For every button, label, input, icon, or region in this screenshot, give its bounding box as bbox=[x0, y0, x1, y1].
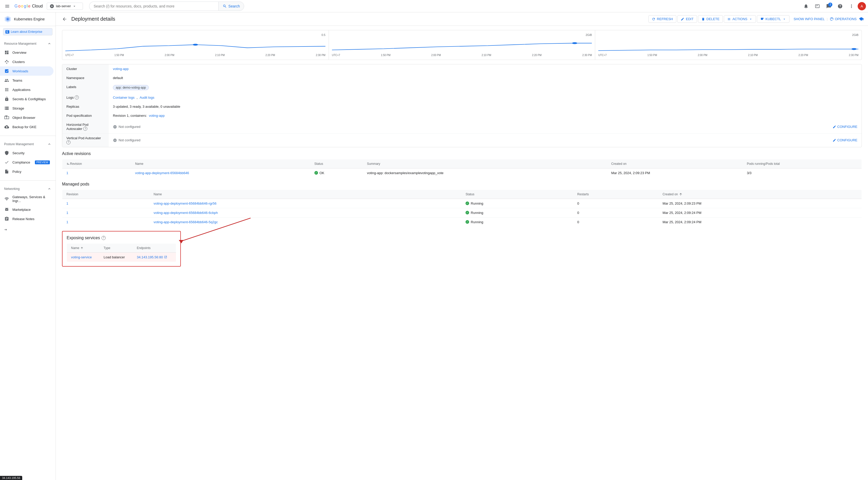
mp-col-name: Name bbox=[150, 190, 462, 199]
notification-badge: 3 bbox=[828, 3, 832, 7]
es-col-endpoints: Endpoints bbox=[132, 243, 176, 252]
ar-col-created: Created on bbox=[607, 159, 743, 168]
sort-down-icon bbox=[66, 162, 70, 166]
topbar: Google Cloud lab-server Search 3 A bbox=[0, 0, 868, 12]
operations-button[interactable]: OPERATIONS bbox=[830, 17, 857, 21]
exposing-services-box: Exposing services ? Name bbox=[62, 231, 181, 267]
sidebar-item-workloads[interactable]: Workloads bbox=[0, 66, 54, 76]
es-row-1: voting-service Load balancer 34.143.195.… bbox=[67, 252, 176, 262]
posture-collapse-icon bbox=[47, 142, 52, 146]
refresh-button[interactable]: REFRESH bbox=[648, 15, 676, 23]
notifications-button[interactable] bbox=[801, 1, 811, 11]
networking-section: Networking Gateways, Services & Ingr... … bbox=[0, 183, 56, 226]
clusters-icon bbox=[4, 59, 9, 64]
networking-header[interactable]: Networking bbox=[0, 185, 56, 193]
mp-row3-status: Running bbox=[461, 217, 573, 227]
exposing-services-help-icon[interactable]: ? bbox=[101, 236, 106, 240]
sidebar-item-gateways[interactable]: Gateways, Services & Ingr... bbox=[0, 193, 54, 205]
configure-vpa-button[interactable]: CONFIGURE bbox=[833, 138, 858, 142]
sidebar-item-overview[interactable]: Overview bbox=[0, 48, 54, 57]
sidebar-item-secrets[interactable]: Secrets & ConfigMaps bbox=[0, 94, 54, 103]
ar-col-name: Name bbox=[131, 159, 310, 168]
networking-collapse-icon bbox=[47, 187, 52, 191]
mp-row3-restarts: 0 bbox=[573, 217, 658, 227]
sidebar-item-compliance[interactable]: Compliance PREVIEW bbox=[0, 158, 54, 167]
detail-grid: Cluster voting-app Namespace default Lab… bbox=[62, 64, 862, 147]
resource-management-header[interactable]: Resource Management bbox=[0, 39, 56, 48]
active-revision-row-1: 1 voting-app-deployment-65684bb646 OK vo… bbox=[62, 168, 862, 178]
backup-icon bbox=[4, 124, 9, 129]
mp-row3-name: voting-app-deployment-65684bb646-5q2gc bbox=[150, 217, 462, 227]
sidebar-item-storage[interactable]: Storage bbox=[0, 103, 54, 113]
show-info-panel-button[interactable]: SHOW INFO PANEL bbox=[794, 17, 825, 21]
mp-col-revision: Revision bbox=[62, 190, 150, 199]
active-revisions-title: Active revisions bbox=[62, 151, 862, 156]
more-options-button[interactable] bbox=[846, 1, 857, 11]
sidebar-item-security[interactable]: Security bbox=[0, 148, 54, 158]
cloud-shell-button[interactable] bbox=[812, 1, 823, 11]
sidebar-item-policy[interactable]: Policy bbox=[0, 167, 54, 176]
managed-pods-table: Revision Name Status Restarts Created on bbox=[62, 190, 862, 227]
sidebar-item-overview-label: Overview bbox=[12, 51, 26, 55]
user-avatar[interactable]: A bbox=[858, 2, 866, 10]
enterprise-button[interactable]: E Learn about Enterprise bbox=[3, 28, 53, 35]
graduation-cap-icon bbox=[859, 17, 864, 22]
notification-count-button[interactable]: 3 bbox=[824, 1, 834, 11]
managed-pods-title: Managed pods bbox=[62, 182, 862, 186]
sidebar-item-teams[interactable]: Teams bbox=[0, 76, 54, 85]
configure-hpa-button[interactable]: CONFIGURE bbox=[833, 125, 858, 129]
es-col-type: Type bbox=[99, 243, 132, 252]
sidebar-collapse-btn[interactable] bbox=[0, 226, 56, 234]
cluster-link[interactable]: voting-app bbox=[113, 67, 129, 71]
logs-help-icon[interactable]: ? bbox=[75, 95, 79, 99]
applications-icon bbox=[4, 87, 9, 92]
vpa-help-icon[interactable]: ? bbox=[66, 140, 70, 144]
storage-icon bbox=[4, 106, 9, 111]
sidebar-item-workloads-label: Workloads bbox=[12, 69, 28, 73]
sidebar-item-applications[interactable]: Applications bbox=[0, 85, 54, 94]
help-button[interactable] bbox=[835, 1, 845, 11]
sidebar-item-marketplace[interactable]: Marketplace bbox=[0, 205, 54, 214]
posture-management-header[interactable]: Posture Management bbox=[0, 140, 56, 148]
project-selector[interactable]: lab-server bbox=[47, 3, 83, 10]
kubectl-button[interactable]: KUBECTL bbox=[757, 15, 789, 23]
namespace-label: Namespace bbox=[62, 73, 109, 82]
edit-button[interactable]: EDIT bbox=[677, 15, 697, 23]
google-cloud-logo[interactable]: Google Cloud bbox=[14, 4, 43, 8]
sidebar-item-clusters[interactable]: Clusters bbox=[0, 57, 54, 66]
actions-button[interactable]: ACTIONS bbox=[724, 15, 756, 23]
svg-point-2 bbox=[7, 18, 9, 20]
ar-col-summary: Summary bbox=[363, 159, 607, 168]
hpa-help-icon[interactable]: ? bbox=[83, 127, 87, 131]
sidebar-item-gateways-label: Gateways, Services & Ingr... bbox=[12, 195, 49, 203]
status-ok-icon bbox=[314, 171, 318, 175]
search-input[interactable] bbox=[89, 2, 218, 11]
search-button[interactable]: Search bbox=[218, 2, 244, 11]
sidebar-item-backup[interactable]: Backup for GKE bbox=[0, 122, 54, 131]
cluster-value: voting-app bbox=[109, 64, 862, 73]
managed-pods-thead: Revision Name Status Restarts Created on bbox=[62, 190, 862, 199]
container-logs-link[interactable]: Container logs bbox=[113, 96, 134, 99]
mp-row1-status-icon bbox=[466, 202, 469, 205]
hpa-label: Horizontal Pod Autoscaler ? bbox=[62, 120, 109, 133]
enterprise-label: Learn about Enterprise bbox=[11, 30, 42, 34]
managed-pod-row-3: 1 voting-app-deployment-65684bb646-5q2gc… bbox=[62, 217, 862, 227]
audit-logs-link[interactable]: Audit logs bbox=[140, 96, 154, 99]
sidebar-item-object-browser[interactable]: Object Browser bbox=[0, 113, 54, 122]
edit-icon bbox=[681, 17, 684, 21]
mp-row2-restarts: 0 bbox=[573, 208, 658, 217]
sidebar-item-object-browser-label: Object Browser bbox=[12, 116, 35, 120]
sidebar-item-release-notes[interactable]: Release Notes bbox=[0, 214, 54, 223]
ar-row1-name: voting-app-deployment-65684bb646 bbox=[131, 168, 310, 178]
collapse-icon bbox=[47, 41, 52, 46]
disk-chart-svg bbox=[598, 37, 859, 53]
labels-value: app: demo-voting-app bbox=[109, 82, 862, 93]
sidebar-item-policy-label: Policy bbox=[12, 170, 22, 174]
menu-button[interactable] bbox=[2, 1, 12, 11]
active-revisions-tbody: 1 voting-app-deployment-65684bb646 OK vo… bbox=[62, 168, 862, 178]
pod-spec-link[interactable]: voting-app bbox=[149, 114, 165, 118]
back-button[interactable] bbox=[60, 14, 69, 24]
svg-point-11 bbox=[851, 48, 857, 50]
delete-button[interactable]: DELETE bbox=[698, 15, 723, 23]
release-notes-icon bbox=[4, 216, 9, 221]
